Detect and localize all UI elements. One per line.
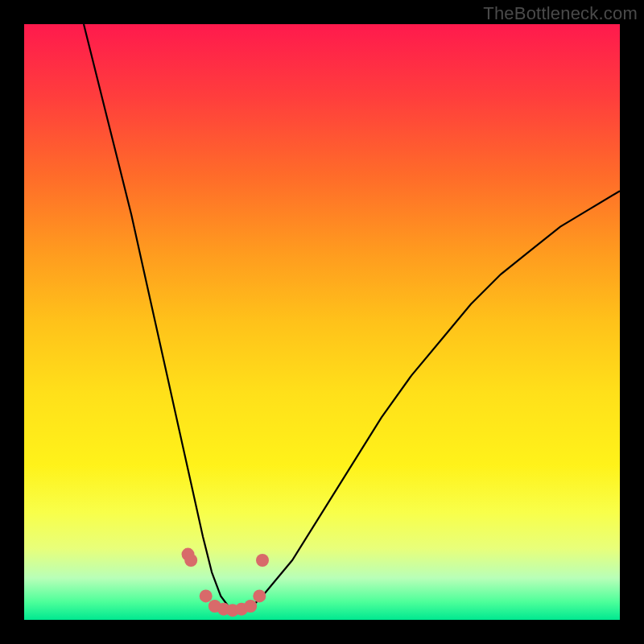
marker-dot	[184, 554, 197, 567]
marker-dot	[200, 589, 213, 602]
chart-svg	[24, 24, 620, 620]
bottleneck-curve	[84, 24, 620, 611]
marker-dot	[256, 554, 269, 567]
marker-dot	[253, 589, 266, 602]
marker-dots	[182, 548, 270, 617]
chart-frame: TheBottleneck.com	[0, 0, 644, 644]
watermark-text: TheBottleneck.com	[483, 3, 638, 24]
chart-plot-area	[24, 24, 620, 620]
marker-dot	[244, 600, 257, 613]
